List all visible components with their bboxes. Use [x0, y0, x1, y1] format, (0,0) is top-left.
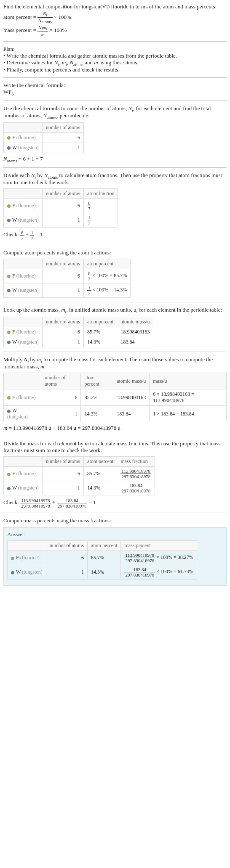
atompct-table: number of atomsatom percent F (fluorine)… [3, 259, 131, 298]
plan-bullet: • Write the chemical formula and gather … [3, 53, 227, 59]
table-header-row: number of atomsatom percentmass fraction [4, 457, 155, 467]
table-row: F (fluorine)667 [4, 199, 118, 213]
atomic-mass-table: number of atomsatom percentatomic mass/u… [3, 317, 153, 347]
table-header-row: number of atomsatom fraction [4, 189, 118, 199]
element-dot-icon [7, 275, 11, 278]
divider [3, 302, 227, 302]
element-dot-icon [7, 410, 11, 413]
mass-percent-formula: mass percent = Nimi m × 100% [3, 25, 227, 37]
divider [3, 436, 227, 436]
element-dot-icon [7, 473, 11, 476]
table-header-row: number of atomsatom percentatomic mass/u [4, 317, 153, 327]
element-dot-icon [7, 289, 11, 292]
element-dot-icon [7, 487, 11, 490]
atomfrac-table: number of atomsatom fraction F (fluorine… [3, 188, 118, 228]
element-dot-icon [7, 204, 11, 208]
divider [3, 167, 227, 168]
natoms-sum: Natoms = 6 + 1 = 7 [3, 156, 227, 163]
col-atoms: number of atoms [42, 122, 83, 132]
divider [3, 41, 227, 42]
count-atoms: Use the chemical formula to count the nu… [3, 105, 227, 163]
table-row: F (fluorine)685.7%113.990418978297.83041… [8, 551, 197, 565]
table-header-row: number of atomsatom percentatomic mass/u… [4, 373, 227, 389]
atomic-mass-text: Look up the atomic mass, mi, in unified … [3, 307, 227, 314]
element-dot-icon [7, 146, 11, 150]
table-row: W (tungsten)1 [4, 143, 84, 153]
table-row: F (fluorine)685.7%18.998403163 [4, 327, 153, 337]
plan-bullet: • Determine values for Ni, mi, Natoms an… [3, 59, 227, 67]
atom-percent-formula: atom percent = Ni Natoms × 100% [3, 11, 227, 24]
atompct-header: Compute atom percents using the atom fra… [3, 249, 227, 256]
table-row: W (tungsten)114.3%183.84 [4, 337, 153, 347]
molecular-mass-sum: m = 113.990418978 u + 183.84 u = 297.830… [3, 425, 227, 431]
element-dot-icon [7, 136, 11, 140]
massfrac-table: number of atomsatom percentmass fraction… [3, 456, 155, 495]
element-dot-icon [7, 396, 11, 400]
mass-fractions: Divide the mass for each element by m to… [3, 440, 227, 508]
plan-bullet: • Finally, compute the percents and chec… [3, 66, 227, 73]
answer-box: Answer: number of atomsatom percentmass … [3, 527, 227, 586]
table-row: W (tungsten)114.3%183.841 × 183.84 = 183… [4, 406, 227, 422]
mass-table: number of atomsatom percentatomic mass/u… [3, 373, 227, 422]
atom-percents: Compute atom percents using the atom fra… [3, 249, 227, 298]
atom-fractions: Divide each Ni by Natoms to calculate at… [3, 172, 227, 241]
atomic-mass: Look up the atomic mass, mi, in unified … [3, 307, 227, 347]
divider [3, 77, 227, 78]
formula-value: WF6 [3, 89, 227, 96]
element-dot-icon [11, 571, 14, 574]
element-dot-icon [7, 331, 11, 334]
count-text: Use the chemical formula to count the nu… [3, 105, 227, 120]
table-header-row: number of atomsatom percentmass percent [8, 541, 197, 551]
formula-header: Write the chemical formula: [3, 82, 227, 89]
massfrac-text: Divide the mass for each element by m to… [3, 440, 227, 454]
check-line: Check: 113.990418978297.830418978 + 183.… [3, 498, 227, 508]
check-line: Check: 67 + 17 = 1 [3, 230, 227, 241]
divider [3, 101, 227, 101]
intro-text: Find the elemental composition for tungs… [3, 3, 227, 10]
table-row: W (tungsten)117 [4, 213, 118, 228]
masspct-header: Compute mass percents using the mass fra… [3, 517, 227, 524]
mass-percents: Compute mass percents using the mass fra… [3, 517, 227, 524]
intro: Find the elemental composition for tungs… [3, 3, 227, 37]
answer-label: Answer: [7, 531, 223, 538]
table-row: W (tungsten)114.3%183.84297.830418978 × … [8, 565, 197, 580]
table-header-row: number of atoms [4, 122, 84, 132]
plan: Plan: • Write the chemical formula and g… [3, 46, 227, 74]
plan-header: Plan: [3, 46, 227, 53]
table-row: F (fluorine)667 × 100% = 85.7% [4, 269, 131, 283]
divider [3, 513, 227, 513]
answer-table: number of atomsatom percentmass percent … [7, 540, 197, 580]
divider [3, 245, 227, 245]
fraction: Nimi m [37, 25, 48, 37]
multiply-text: Multiply Ni by mi to compute the mass fo… [3, 356, 227, 370]
table-row: F (fluorine)685.7%18.9984031636 × 18.998… [4, 389, 227, 406]
table-row: W (tungsten)114.3%183.84297.830418978 [4, 481, 155, 495]
table-row: F (fluorine)685.7%113.990418978297.83041… [4, 467, 155, 481]
chemical-formula: Write the chemical formula: WF6 [3, 82, 227, 96]
table-row: W (tungsten)117 × 100% = 14.3% [4, 283, 131, 298]
atoms-table: number of atoms F (fluorine)6 W (tungste… [3, 122, 84, 153]
table-header-row: number of atomsatom percent [4, 259, 131, 269]
fraction: Ni Natoms [37, 11, 52, 24]
divider [3, 352, 227, 352]
element-dot-icon [11, 557, 14, 560]
atomfrac-text: Divide each Ni by Natoms to calculate at… [3, 172, 227, 186]
element-dot-icon [7, 341, 11, 344]
element-mass: Multiply Ni by mi to compute the mass fo… [3, 356, 227, 432]
table-row: F (fluorine)6 [4, 132, 84, 143]
element-dot-icon [7, 219, 11, 222]
